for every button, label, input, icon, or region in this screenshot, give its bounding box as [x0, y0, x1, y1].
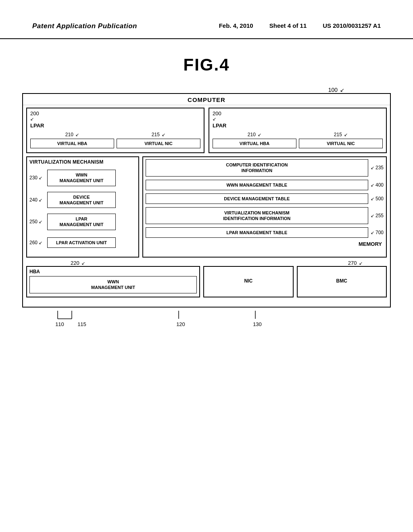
ref-100-number: 100	[328, 87, 338, 93]
ref-220-label: 220 ↙	[30, 260, 85, 266]
lpar-right-title: LPAR	[213, 123, 383, 129]
mem-device-table: DEVICE MANAGEMENT TABLE ↙ 500	[146, 193, 384, 204]
header-date: Feb. 4, 2010	[219, 22, 253, 29]
unit-wwn: 230 ↙ WWNMANAGEMENT UNIT	[29, 170, 136, 186]
nic-label: NIC	[244, 278, 252, 284]
virtual-nic-right: VIRTUAL NIC	[299, 139, 383, 148]
lpar-right-nic-ref: 215	[334, 132, 342, 137]
mem-comp-id-box: COMPUTER IDENTIFICATIONINFORMATION	[146, 159, 368, 177]
ref-100-label: 100 ↙	[0, 87, 391, 93]
header-meta: Feb. 4, 2010 Sheet 4 of 11 US 2010/00312…	[219, 22, 381, 29]
bottom-refs-svg: 110 115 120 130	[25, 311, 384, 339]
computer-box: COMPUTER 200 ↙ LPAR	[22, 93, 391, 308]
mem-wwn-table-ref: ↙ 400	[371, 182, 384, 188]
unit-lpar-act-ref: 260 ↙	[29, 240, 47, 245]
lpar-box-right: 200 ↙ LPAR 210 ↙ 215 ↙	[209, 108, 387, 153]
virtual-hba-right: VIRTUAL HBA	[213, 139, 296, 148]
lpar-row: 200 ↙ LPAR 210 ↙ 215 ↙	[23, 108, 390, 153]
unit-lpar-act-box: LPAR ACTIVATION UNIT	[47, 237, 116, 248]
svg-text:110: 110	[55, 321, 64, 327]
mem-comp-id-ref: ↙ 235	[371, 165, 384, 170]
page: Patent Application Publication Feb. 4, 2…	[0, 0, 413, 532]
lpar-left-title: LPAR	[30, 123, 200, 129]
svg-text:115: 115	[77, 321, 86, 327]
unit-wwn-box: WWNMANAGEMENT UNIT	[47, 170, 116, 186]
mem-virt-id: VIRTUALIZATION MECHANISMIDENTIFICATION I…	[146, 207, 384, 224]
hw-section: 220 ↙ 270 ↙ HBA WWNMANAGEMENT UNIT	[23, 260, 390, 301]
lpar-left-ref: 200 ↙	[30, 110, 39, 122]
mem-wwn-table: WWN MANAGEMENT TABLE ↙ 400	[146, 180, 384, 190]
publication-label: Patent Application Publication	[32, 22, 137, 30]
lpar-right-header: 200 ↙	[213, 110, 383, 122]
lpar-left-refs: 210 ↙ 215 ↙	[30, 132, 200, 137]
ref-100-curve: ↙	[340, 87, 344, 93]
nic-box: NIC	[203, 266, 294, 297]
virt-mech-title: VIRTUALIZATION MECHANISM	[29, 159, 136, 165]
lpar-right-refs: 210 ↙ 215 ↙	[213, 132, 383, 137]
lpar-right-ref: 200 ↙	[213, 110, 221, 122]
lpar-right-virtual-boxes: VIRTUAL HBA VIRTUAL NIC	[213, 139, 383, 148]
unit-lpar: 250 ↙ LPARMANAGEMENT UNIT	[29, 214, 136, 230]
unit-lpar-box: LPARMANAGEMENT UNIT	[47, 214, 116, 230]
unit-lpar-ref: 250 ↙	[29, 219, 47, 224]
mem-virt-id-box: VIRTUALIZATION MECHANISMIDENTIFICATION I…	[146, 207, 368, 224]
mem-virt-id-ref: ↙ 255	[371, 213, 384, 218]
svg-text:120: 120	[176, 321, 185, 327]
mem-wwn-table-box: WWN MANAGEMENT TABLE	[146, 180, 368, 190]
mid-section: VIRTUALIZATION MECHANISM 230 ↙ WWNMANAGE…	[23, 156, 390, 258]
lpar-box-left: 200 ↙ LPAR 210 ↙ 215 ↙	[26, 108, 204, 153]
mem-lpar-table-box: LPAR MANAGEMENT TABLE	[146, 227, 368, 238]
page-header: Patent Application Publication Feb. 4, 2…	[0, 0, 413, 39]
memory-label: MEMORY	[146, 241, 384, 247]
diagram-container: COMPUTER 200 ↙ LPAR	[22, 93, 391, 347]
unit-device: 240 ↙ DEVICEMANAGEMENT UNIT	[29, 192, 136, 208]
ref-270-label: 270 ↙	[348, 260, 383, 266]
hba-inner-box: WWNMANAGEMENT UNIT	[29, 276, 197, 293]
lpar-right-hba-ref: 210	[248, 132, 256, 137]
lpar-left-header: 200 ↙	[30, 110, 200, 122]
unit-wwn-ref: 230 ↙	[29, 175, 47, 181]
bottom-refs: 110 115 120 130	[22, 308, 391, 347]
unit-lpar-act: 260 ↙ LPAR ACTIVATION UNIT	[29, 237, 136, 248]
lpar-left-hba-ref: 210	[65, 132, 73, 137]
bmc-box: BMC	[297, 266, 387, 297]
hba-label: HBA	[29, 269, 197, 274]
lpar-left-nic-ref: 215	[152, 132, 160, 137]
mem-lpar-table: LPAR MANAGEMENT TABLE ↙ 700	[146, 227, 384, 238]
unit-device-box: DEVICEMANAGEMENT UNIT	[47, 192, 116, 208]
bmc-label: BMC	[336, 278, 347, 284]
mem-lpar-table-ref: ↙ 700	[371, 230, 384, 235]
unit-device-ref: 240 ↙	[29, 197, 47, 203]
virt-mech-panel: VIRTUALIZATION MECHANISM 230 ↙ WWNMANAGE…	[26, 156, 139, 258]
header-patent: US 2010/0031257 A1	[323, 22, 381, 29]
figure-title: FIG.4	[0, 55, 413, 75]
mem-comp-id: COMPUTER IDENTIFICATIONINFORMATION ↙ 235	[146, 159, 384, 177]
hw-ref-labels: 220 ↙ 270 ↙	[26, 260, 387, 266]
mem-device-table-box: DEVICE MANAGEMENT TABLE	[146, 193, 368, 204]
virtual-nic-left: VIRTUAL NIC	[117, 139, 200, 148]
lpar-left-virtual-boxes: VIRTUAL HBA VIRTUAL NIC	[30, 139, 200, 148]
hba-box: HBA WWNMANAGEMENT UNIT	[26, 266, 200, 297]
mem-device-table-ref: ↙ 500	[371, 196, 384, 202]
computer-label: COMPUTER	[23, 94, 390, 105]
header-sheet: Sheet 4 of 11	[269, 22, 307, 29]
svg-text:130: 130	[253, 321, 262, 327]
virtual-hba-left: VIRTUAL HBA	[30, 139, 114, 148]
hw-row: HBA WWNMANAGEMENT UNIT NIC BMC	[26, 266, 387, 297]
memory-panel: COMPUTER IDENTIFICATIONINFORMATION ↙ 235…	[142, 156, 387, 258]
